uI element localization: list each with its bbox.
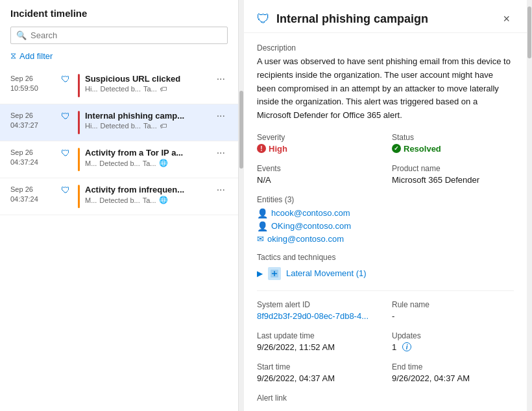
events-product-row: Events N/A Product name Microsoft 365 De… xyxy=(257,164,514,185)
detail-title: Internal phishing campaign xyxy=(276,12,494,26)
meta3: Ta... xyxy=(143,85,157,93)
product-name-value: Microsoft 365 Defender xyxy=(392,175,514,185)
meta1: M... xyxy=(85,159,97,167)
close-button[interactable]: × xyxy=(499,12,514,26)
events-label: Events xyxy=(257,164,379,173)
timestamp: Sep 26 10:59:50 xyxy=(10,74,57,94)
item-title: Internal phishing camp... xyxy=(85,111,195,121)
add-filter-button[interactable]: ⧖ Add filter xyxy=(10,51,228,61)
meta3: Ta... xyxy=(143,159,156,167)
item-content: Activity from infrequen... M... Detected… xyxy=(85,185,214,204)
product-name-label: Product name xyxy=(392,164,514,173)
more-options-button[interactable]: ··· xyxy=(214,111,228,121)
end-time-value: 9/26/2022, 04:37 AM xyxy=(392,373,514,383)
meta-icon: 🏷 xyxy=(160,122,167,130)
item-meta: M... Detected b... Ta... 🌐 xyxy=(85,196,214,204)
time-row: Start time 9/26/2022, 04:37 AM End time … xyxy=(257,362,514,383)
rule-name-value: - xyxy=(392,311,514,321)
tactics-section: Tactics and techniques ▶ Lateral Movemen… xyxy=(257,253,514,280)
system-alert-id-field: System alert ID 8f9d2b3f-29d0-08ec-7db8-… xyxy=(257,300,379,321)
chevron-right-icon: ▶ xyxy=(257,269,263,278)
item-content: Suspicious URL clicked Hi... Detected b.… xyxy=(85,74,214,93)
rule-name-field: Rule name - xyxy=(392,300,514,321)
alert-link-label: Alert link xyxy=(257,393,514,403)
resolved-check-icon: ✓ xyxy=(392,144,401,153)
tactic-item[interactable]: ▶ Lateral Movement (1) xyxy=(257,267,514,280)
timeline-list: Sep 26 10:59:50 🛡 Suspicious URL clicked… xyxy=(0,67,238,411)
severity-bar xyxy=(78,111,80,134)
right-scrollbar-thumb xyxy=(527,6,531,58)
tactic-label: Lateral Movement (1) xyxy=(286,268,367,278)
status-field: Status ✓ Resolved xyxy=(392,133,514,154)
item-icon: 🛡 xyxy=(61,111,71,121)
panel-title: Incident timeline xyxy=(0,8,238,27)
add-filter-label: Add filter xyxy=(19,51,53,61)
updates-label: Updates xyxy=(392,331,514,340)
severity-label: Severity xyxy=(257,133,379,142)
search-box: 🔍 xyxy=(10,27,228,44)
shield-icon: 🛡 xyxy=(61,111,71,121)
item-meta: Hi... Detected b... Ta... 🏷 xyxy=(85,85,214,93)
meta2: Detected b... xyxy=(101,122,141,130)
severity-status-row: Severity ! High Status ✓ Resolved xyxy=(257,133,514,154)
start-time-label: Start time xyxy=(257,362,379,371)
meta3: Ta... xyxy=(143,122,157,130)
status-label: Status xyxy=(392,133,514,142)
incident-timeline-panel: Incident timeline 🔍 ⧖ Add filter Sep 26 … xyxy=(0,0,239,411)
severity-field: Severity ! High xyxy=(257,133,379,154)
entity-link[interactable]: ✉ oking@contoso.com xyxy=(257,234,514,244)
timestamp: Sep 26 04:37:27 xyxy=(10,111,57,131)
more-options-button[interactable]: ··· xyxy=(214,148,228,158)
detail-panel-wrapper: 🛡 Internal phishing campaign × Descripti… xyxy=(244,0,532,411)
more-options-button[interactable]: ··· xyxy=(214,185,228,195)
timeline-item[interactable]: Sep 26 10:59:50 🛡 Suspicious URL clicked… xyxy=(0,67,238,104)
severity-bar xyxy=(78,185,80,208)
entity-link[interactable]: 👤 OKing@contoso.com xyxy=(257,221,514,231)
last-update-field: Last update time 9/26/2022, 11:52 AM xyxy=(257,331,379,352)
item-meta: M... Detected b... Ta... 🌐 xyxy=(85,159,214,167)
person-icon: 👤 xyxy=(257,208,268,218)
detail-shield-icon: 🛡 xyxy=(257,12,271,26)
right-scrollbar[interactable] xyxy=(527,0,532,411)
severity-value: ! High xyxy=(257,144,379,154)
item-icon: 🛡 xyxy=(61,185,71,195)
description-label: Description xyxy=(257,43,514,53)
more-options-button[interactable]: ··· xyxy=(214,74,228,84)
updates-field: Updates 1 i xyxy=(392,331,514,352)
description-text: A user was observed to have sent phishin… xyxy=(257,55,514,123)
shield-icon: 🛡 xyxy=(61,185,71,195)
item-content: Activity from a Tor IP a... M... Detecte… xyxy=(85,148,214,167)
end-time-field: End time 9/26/2022, 04:37 AM xyxy=(392,362,514,383)
timestamp: Sep 26 04:37:24 xyxy=(10,148,57,168)
shield-icon: 🛡 xyxy=(61,148,71,158)
left-scrollbar-thumb xyxy=(239,91,243,169)
divider xyxy=(257,290,514,291)
info-icon[interactable]: i xyxy=(402,342,411,351)
system-alert-id-value[interactable]: 8f9d2b3f-29d0-08ec-7db8-4... xyxy=(257,311,379,321)
mail-icon: ✉ xyxy=(257,234,264,244)
timeline-item[interactable]: Sep 26 04:37:24 🛡 Activity from a Tor IP… xyxy=(0,141,238,178)
meta-icon: 🌐 xyxy=(159,196,168,204)
meta2: Detected b... xyxy=(101,85,141,93)
start-time-field: Start time 9/26/2022, 04:37 AM xyxy=(257,362,379,383)
timeline-item[interactable]: Sep 26 04:37:24 🛡 Activity from infreque… xyxy=(0,178,238,215)
meta3: Ta... xyxy=(143,196,156,204)
update-row: Last update time 9/26/2022, 11:52 AM Upd… xyxy=(257,331,514,352)
person-icon: 👤 xyxy=(257,221,268,231)
search-icon: 🔍 xyxy=(16,30,27,40)
timeline-item[interactable]: Sep 26 04:37:27 🛡 Internal phishing camp… xyxy=(0,104,238,141)
entities-title: Entities (3) xyxy=(257,195,514,204)
meta2: Detected b... xyxy=(99,196,139,204)
search-input[interactable] xyxy=(30,30,222,40)
item-title: Activity from infrequen... xyxy=(85,185,195,194)
left-scrollbar[interactable] xyxy=(239,0,244,411)
meta-icon: 🌐 xyxy=(159,159,168,167)
last-update-label: Last update time xyxy=(257,331,379,340)
end-time-label: End time xyxy=(392,362,514,371)
meta-icon: 🏷 xyxy=(160,85,167,93)
timestamp: Sep 26 04:37:24 xyxy=(10,185,57,205)
entity-link[interactable]: 👤 hcook@contoso.com xyxy=(257,208,514,218)
meta1: M... xyxy=(85,196,97,204)
item-content: Internal phishing camp... Hi... Detected… xyxy=(85,111,214,130)
product-name-field: Product name Microsoft 365 Defender xyxy=(392,164,514,185)
